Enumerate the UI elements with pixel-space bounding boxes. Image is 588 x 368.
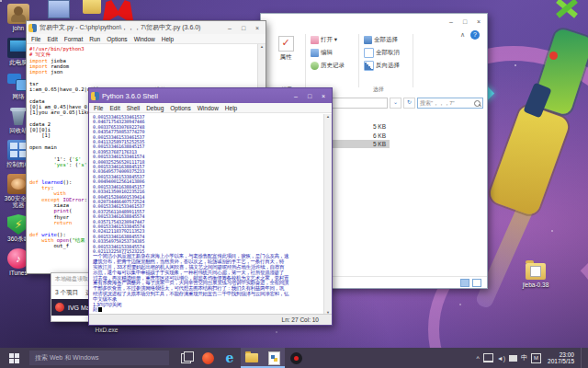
taskbar-recorder[interactable] bbox=[285, 348, 307, 368]
desktop-icon-label: 回收站 bbox=[9, 127, 28, 133]
shell-menu-file[interactable]: File bbox=[94, 105, 103, 111]
code-segment bbox=[29, 220, 54, 225]
editor-menu-help[interactable]: Help bbox=[162, 36, 174, 42]
shell-menu-options[interactable]: Options bbox=[170, 105, 190, 111]
shell-title: Python 3.6.0 Shell bbox=[102, 92, 289, 100]
editor-maximize-button[interactable]: □ bbox=[237, 23, 250, 33]
code-segment: def bbox=[29, 232, 41, 237]
taskbar: 搜索 Web 和 Windows e ^ ◄) 中 M 23:00 2017/5… bbox=[0, 348, 588, 368]
taskbar-search-input[interactable]: 搜索 Web 和 Windows bbox=[29, 351, 169, 365]
explorer-close-button[interactable]: × bbox=[472, 17, 485, 27]
editor-menu-format[interactable]: Format bbox=[64, 36, 84, 42]
file-row[interactable]: 6 KB bbox=[331, 132, 390, 140]
shell-output-area[interactable]: 0.0015334615334615370.046717543230947446… bbox=[89, 114, 324, 315]
file-row[interactable]: 5 KB bbox=[331, 122, 390, 131]
ribbon-select-button-2[interactable]: 反向选择 bbox=[364, 60, 400, 71]
shell-menu-window[interactable]: Window bbox=[198, 105, 219, 111]
taskbar-edge[interactable]: e bbox=[219, 348, 241, 368]
shell-input-line[interactable]: 刻 bbox=[93, 307, 324, 313]
editor-menu-window[interactable]: Window bbox=[134, 36, 155, 42]
start-button[interactable] bbox=[0, 348, 28, 368]
explorer-titlebar[interactable]: – □ × bbox=[261, 14, 487, 29]
details-view-icon[interactable] bbox=[460, 279, 469, 287]
search-icon bbox=[474, 100, 481, 107]
taskbar-file-explorer[interactable] bbox=[241, 348, 263, 368]
shell-maximize-button[interactable]: □ bbox=[303, 91, 316, 101]
search-input[interactable]: 搜索"，，，7" bbox=[417, 98, 483, 109]
shell-scrollbar[interactable]: ▲▼ bbox=[323, 114, 332, 315]
shell-minimize-button[interactable]: – bbox=[289, 91, 302, 101]
address-dropdown-icon[interactable]: ⌄ bbox=[390, 98, 401, 109]
display-icon[interactable] bbox=[509, 355, 517, 362]
checkmark-icon: ✓ bbox=[278, 36, 294, 52]
shell-titlebar[interactable]: Python 3.6.0 Shell – □ × bbox=[89, 88, 332, 103]
code-segment: 'yes' bbox=[54, 162, 70, 167]
desktop-icon-hxd-label[interactable]: HxD.exe bbox=[86, 327, 127, 333]
ribbon-open-button-0[interactable]: 打开 ▾ bbox=[311, 34, 345, 45]
code-segment: try bbox=[41, 185, 51, 190]
ribbon-open-button-2[interactable]: 历史记录 bbox=[311, 60, 345, 71]
partial-cube-icon[interactable] bbox=[48, 0, 70, 18]
editor-menubar: FileEditFormatRunOptionsWindowHelp bbox=[27, 34, 266, 44]
line-col-indicator: Ln: 27 Col: 10 bbox=[282, 316, 319, 323]
editor-close-button[interactable]: × bbox=[251, 23, 264, 33]
shell-menu-debug[interactable]: Debug bbox=[146, 105, 164, 111]
ime-mode-icon[interactable]: M bbox=[531, 353, 541, 363]
code-segment: (): bbox=[62, 179, 72, 185]
code-segment: xiaza bbox=[29, 202, 69, 208]
desktop-icon-label: john bbox=[13, 25, 24, 31]
editor-minimize-button[interactable]: – bbox=[223, 23, 236, 33]
clock-time: 23:00 bbox=[560, 351, 574, 359]
desktop-icon-jieba[interactable] bbox=[526, 263, 546, 280]
ime-language-indicator[interactable]: 中 bbox=[521, 353, 527, 362]
code-segment: import bbox=[29, 63, 51, 69]
code-segment bbox=[29, 190, 54, 196]
properties-button[interactable]: ✓ 属性 bbox=[272, 36, 300, 80]
tray-clock[interactable]: 23:00 2017/5/15 bbox=[545, 351, 577, 365]
clock-date: 2017/5/15 bbox=[548, 358, 574, 365]
wallpaper-character-dot bbox=[549, 52, 558, 60]
volume-icon[interactable]: ◄) bbox=[497, 355, 505, 362]
help-icon[interactable]: ? bbox=[470, 30, 480, 40]
code-segment: import bbox=[29, 69, 51, 75]
taskbar-browser-360[interactable] bbox=[197, 348, 219, 368]
ribbon-open-icon-1 bbox=[311, 49, 319, 57]
python-document-icon bbox=[268, 351, 280, 365]
editor-menu-options[interactable]: Options bbox=[107, 36, 127, 42]
partial-folder-icon[interactable] bbox=[83, 0, 101, 14]
editor-titlebar[interactable]: 贸易中文.py - C:\php\python\，，，7\贸易中文.py (3.… bbox=[27, 21, 266, 34]
ribbon-collapse-icon[interactable]: ∧ bbox=[460, 31, 465, 39]
task-view-button[interactable] bbox=[176, 348, 197, 368]
shell-menubar: FileEditShellDebugOptionsWindowHelp bbox=[89, 103, 332, 113]
shell-menu-help[interactable]: Help bbox=[225, 105, 237, 111]
ribbon-select-button-0[interactable]: 全部选择 bbox=[364, 34, 400, 45]
refresh-icon[interactable]: ↻ bbox=[403, 98, 415, 109]
red-app-icon bbox=[55, 303, 64, 312]
file-row[interactable]: 5 KB bbox=[331, 140, 390, 148]
code-segment: [0]i am_0.45|have_0.2 bbox=[29, 104, 94, 109]
shell-menu-shell[interactable]: Shell bbox=[127, 105, 140, 111]
code-segment: out_f bbox=[29, 243, 69, 248]
windows-logo-icon bbox=[9, 353, 19, 363]
code-segment bbox=[29, 197, 41, 202]
thumbnails-view-icon[interactable] bbox=[472, 279, 481, 287]
ribbon-select-icon-0 bbox=[364, 36, 372, 44]
ribbon-select-button-1[interactable]: 全部取消 bbox=[364, 47, 400, 58]
editor-menu-edit[interactable]: Edit bbox=[47, 36, 57, 42]
code-segment: def bbox=[29, 179, 41, 185]
show-desktop-button[interactable] bbox=[581, 348, 584, 368]
shell-close-button[interactable]: × bbox=[317, 91, 330, 101]
code-segment: write bbox=[41, 232, 57, 237]
editor-menu-file[interactable]: File bbox=[31, 36, 40, 42]
taskbar-idle-python[interactable] bbox=[263, 348, 285, 368]
python-shell-window: Python 3.6.0 Shell – □ × FileEditShellDe… bbox=[88, 87, 333, 326]
explorer-minimize-button[interactable]: – bbox=[445, 17, 458, 27]
shell-menu-edit[interactable]: Edit bbox=[109, 105, 119, 111]
wallpaper-stars bbox=[0, 0, 2, 2]
tray-chevron-icon[interactable]: ^ bbox=[477, 355, 480, 362]
editor-menu-run[interactable]: Run bbox=[89, 36, 100, 42]
explorer-maximize-button[interactable]: □ bbox=[458, 17, 471, 27]
ribbon-open-button-1[interactable]: 编辑 bbox=[311, 47, 345, 58]
code-segment: tsr bbox=[29, 81, 39, 86]
network-icon[interactable] bbox=[483, 353, 493, 362]
